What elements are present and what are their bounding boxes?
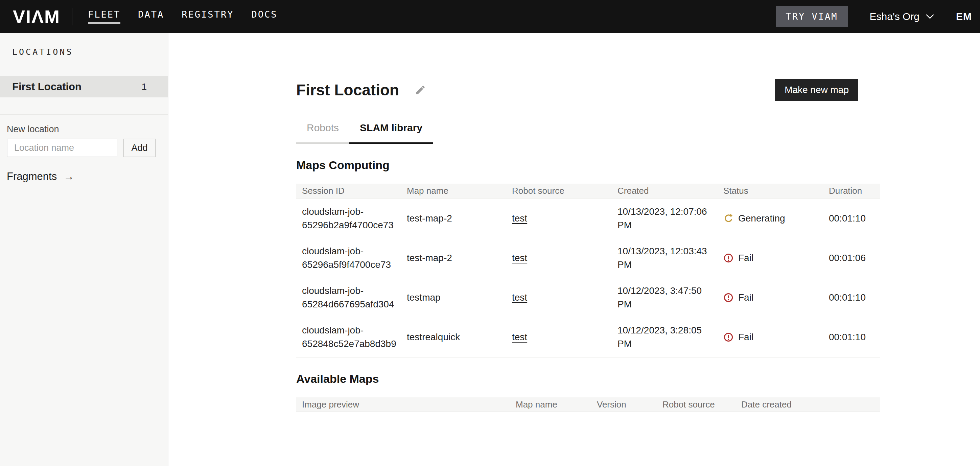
make-new-map-button[interactable]: Make new map (775, 79, 858, 101)
created-cell: 10/13/2023, 12:07:06 PM (612, 200, 718, 237)
fragments-link[interactable]: Fragments → (7, 170, 74, 183)
main-content: First Location Make new map RobotsSLAM l… (169, 33, 980, 466)
maps-computing-heading: Maps Computing (296, 159, 880, 172)
session-id-cell: cloudslam-job-65284d667695afd304 (296, 279, 401, 316)
nav-right: TRY VIAM Esha's Org EM (776, 6, 972, 27)
created-cell: 10/12/2023, 3:28:05 PM (612, 319, 718, 355)
new-location-label: New location (7, 124, 59, 135)
nav-item[interactable]: DATA (138, 9, 164, 24)
map-name-cell: test-map-2 (401, 247, 506, 270)
viam-logo[interactable]: VIΛM (13, 6, 60, 27)
robot-source-cell: test (506, 207, 612, 230)
map-name-cell: test-map-2 (401, 207, 506, 230)
map-name-cell: testrealquick (401, 326, 506, 349)
status-label: Generating (738, 212, 785, 225)
fail-alert-icon (723, 332, 733, 342)
session-id-cell: cloudslam-job-65296a5f9f4700ce73 (296, 240, 401, 276)
location-count-badge: 1 (142, 81, 147, 92)
table-row: cloudslam-job-65296a5f9f4700ce73 test-ma… (296, 238, 880, 278)
robot-source-cell: test (506, 286, 612, 309)
available-maps-table: Image previewMap nameVersionRobot source… (296, 398, 880, 466)
title-row: First Location Make new map (296, 79, 880, 101)
column-header: Map name (401, 186, 506, 196)
status-label: Fail (738, 291, 753, 304)
tab-bar: RobotsSLAM library (296, 122, 880, 144)
column-header: Robot source (506, 186, 612, 196)
column-header: Duration (823, 186, 880, 196)
status-cell: Generating (718, 207, 823, 230)
duration-cell: 00:01:10 (823, 207, 880, 230)
maps-computing-table-body: cloudslam-job-65296b2a9f4700ce73 test-ma… (296, 199, 880, 358)
fail-alert-icon (723, 253, 733, 263)
duration-cell: 00:01:10 (823, 286, 880, 309)
fragments-label: Fragments (7, 170, 57, 183)
nav-item[interactable]: FLEET (88, 9, 120, 24)
sidebar-heading: LOCATIONS (12, 47, 73, 57)
table-row: cloudslam-job-652848c52e7ab8d3b9 testrea… (296, 317, 880, 357)
available-maps-table-body (296, 412, 880, 466)
robot-source-link[interactable]: test (512, 213, 527, 224)
edit-pencil-icon[interactable] (415, 84, 426, 96)
available-maps-heading: Available Maps (296, 372, 880, 385)
maps-computing-table: Session IDMap nameRobot sourceCreatedSta… (296, 184, 880, 358)
status-cell: Fail (718, 286, 823, 309)
robot-source-cell: test (506, 326, 612, 349)
duration-cell: 00:01:10 (823, 326, 880, 349)
status-label: Fail (738, 251, 753, 265)
column-header: Image preview (296, 399, 510, 410)
generating-refresh-icon (723, 213, 733, 224)
column-header: Date created (735, 399, 880, 410)
column-header: Created (612, 186, 718, 196)
table-row: cloudslam-job-65284d667695afd304 testmap… (296, 278, 880, 317)
column-header: Version (591, 399, 657, 410)
session-id-cell: cloudslam-job-652848c52e7ab8d3b9 (296, 319, 401, 355)
column-header: Robot source (657, 399, 735, 410)
column-header: Map name (510, 399, 591, 410)
fail-alert-icon (723, 293, 733, 303)
nav-item[interactable]: DOCS (251, 9, 277, 24)
tab[interactable]: Robots (296, 122, 349, 144)
sidebar-divider (0, 114, 168, 115)
column-header: Session ID (296, 186, 401, 196)
new-location-form: Add (7, 138, 156, 157)
created-cell: 10/13/2023, 12:03:43 PM (612, 240, 718, 276)
created-cell: 10/12/2023, 3:47:50 PM (612, 279, 718, 316)
try-viam-button[interactable]: TRY VIAM (776, 6, 848, 27)
app-root: VIΛM FLEETDATAREGISTRYDOCS TRY VIAM Esha… (0, 0, 980, 466)
org-name: Esha's Org (870, 11, 920, 22)
status-cell: Fail (718, 247, 823, 270)
user-avatar[interactable]: EM (956, 11, 972, 22)
duration-cell: 00:01:06 (823, 247, 880, 270)
tab[interactable]: SLAM library (349, 122, 433, 144)
org-selector[interactable]: Esha's Org (870, 11, 934, 22)
robot-source-link[interactable]: test (512, 292, 527, 303)
locations-list: First Location 1 (0, 76, 168, 97)
robot-source-link[interactable]: test (512, 332, 527, 342)
map-name-cell: testmap (401, 286, 506, 309)
column-header: Status (718, 186, 823, 196)
locations-sidebar: LOCATIONS First Location 1 New location … (0, 33, 169, 466)
add-location-button[interactable]: Add (123, 138, 156, 157)
nav-divider (72, 8, 72, 25)
available-maps-table-header: Image previewMap nameVersionRobot source… (296, 398, 880, 412)
top-nav: VIΛM FLEETDATAREGISTRYDOCS TRY VIAM Esha… (0, 0, 980, 33)
status-cell: Fail (718, 326, 823, 349)
status-label: Fail (738, 331, 753, 344)
location-name-input[interactable] (7, 138, 117, 157)
location-name: First Location (12, 81, 81, 93)
session-id-cell: cloudslam-job-65296b2a9f4700ce73 (296, 200, 401, 237)
primary-nav: FLEETDATAREGISTRYDOCS (88, 9, 277, 24)
maps-computing-table-header: Session IDMap nameRobot sourceCreatedSta… (296, 184, 880, 199)
page-title: First Location (296, 81, 399, 99)
table-row: cloudslam-job-65296b2a9f4700ce73 test-ma… (296, 199, 880, 238)
location-list-item[interactable]: First Location 1 (0, 76, 168, 97)
chevron-down-icon (926, 14, 934, 19)
arrow-right-icon: → (64, 170, 74, 183)
robot-source-cell: test (506, 247, 612, 270)
nav-item[interactable]: REGISTRY (181, 9, 234, 24)
robot-source-link[interactable]: test (512, 253, 527, 263)
